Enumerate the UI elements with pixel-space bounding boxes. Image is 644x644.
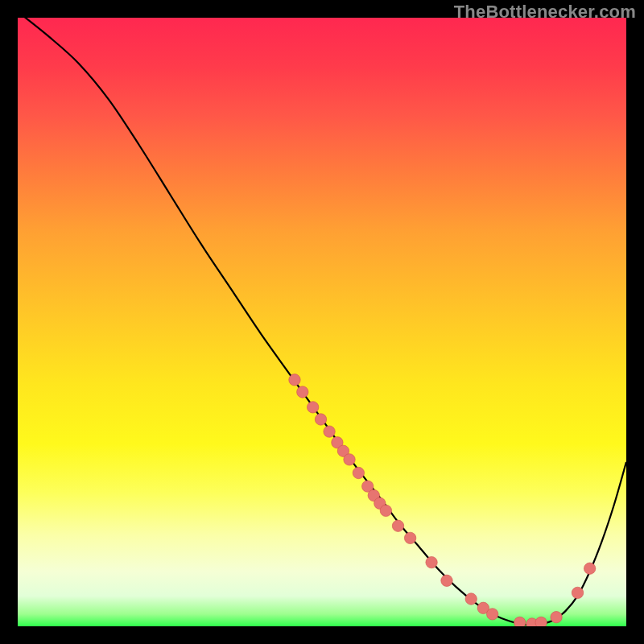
data-point xyxy=(307,402,318,413)
watermark-text: TheBottlenecker.com xyxy=(454,2,636,23)
data-points-group xyxy=(289,374,596,626)
data-point xyxy=(392,520,403,531)
data-point xyxy=(297,386,308,398)
data-point xyxy=(380,505,391,516)
data-point xyxy=(324,426,335,437)
bottleneck-curve xyxy=(18,18,626,625)
data-point xyxy=(535,617,547,626)
data-point xyxy=(315,414,326,425)
chart-svg-overlay xyxy=(18,18,626,626)
data-point xyxy=(353,467,364,478)
data-point xyxy=(404,532,415,543)
data-point xyxy=(551,611,562,622)
data-point xyxy=(572,587,583,598)
data-point xyxy=(514,617,526,626)
data-point xyxy=(289,374,300,386)
data-point xyxy=(486,609,497,620)
data-point xyxy=(584,563,595,574)
data-point xyxy=(441,575,452,586)
data-point xyxy=(344,454,355,465)
data-point xyxy=(426,556,437,568)
data-point xyxy=(465,593,477,605)
